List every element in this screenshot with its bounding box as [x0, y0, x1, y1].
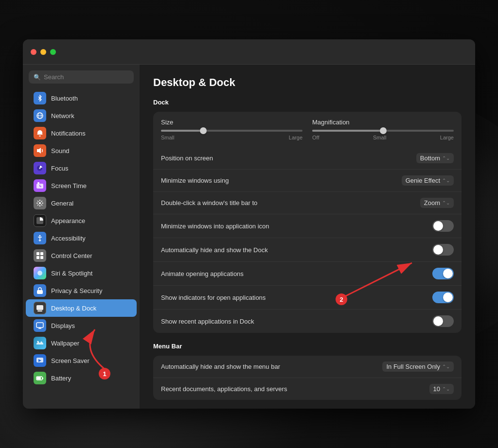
- detail-panel: Desktop & Dock Dock Size: [140, 65, 475, 409]
- network-icon: [34, 109, 46, 122]
- minimize-using-label: Minimize windows using: [161, 177, 402, 184]
- auto-hide-row: Automatically hide and show the Dock: [153, 238, 462, 262]
- search-bar[interactable]: 🔍 Search: [29, 70, 134, 84]
- detail-title: Desktop & Dock: [153, 76, 462, 89]
- slider-section: Size Small Large: [153, 112, 462, 147]
- menu-bar-auto-hide-row: Automatically hide and show the menu bar…: [153, 356, 462, 378]
- sidebar-item-displays[interactable]: Displays: [26, 317, 137, 334]
- close-button[interactable]: [31, 49, 36, 55]
- traffic-lights: [31, 49, 56, 55]
- animate-label: Animate opening applications: [161, 270, 432, 277]
- double-click-arrow: ⌃⌄: [442, 200, 450, 206]
- svg-rect-15: [40, 256, 43, 259]
- sidebar-item-general-label: General: [51, 200, 73, 207]
- animate-row: Animate opening applications: [153, 262, 462, 286]
- displays-icon: [34, 319, 46, 332]
- sidebar-item-sound[interactable]: Sound: [26, 142, 137, 159]
- show-indicators-toggle[interactable]: [432, 292, 454, 303]
- show-recent-label: Show recent applications in Dock: [161, 318, 432, 325]
- recent-docs-label: Recent documents, applications, and serv…: [161, 385, 429, 393]
- show-recent-toggle[interactable]: [432, 315, 454, 327]
- svg-rect-17: [37, 290, 43, 294]
- sidebar-item-notifications[interactable]: Notifications: [26, 124, 137, 142]
- sidebar-item-accessibility-label: Accessibility: [51, 235, 86, 242]
- auto-hide-label: Automatically hide and show the Dock: [161, 246, 432, 254]
- wallpaper-icon: [34, 337, 46, 349]
- sidebar-item-privacy-label: Privacy & Security: [51, 287, 102, 294]
- sidebar-item-wallpaper[interactable]: Wallpaper: [26, 334, 137, 352]
- menu-bar-auto-hide-value: In Full Screen Only: [386, 363, 440, 370]
- position-row: Position on screen Bottom ⌃⌄: [153, 147, 462, 170]
- appearance-icon: [34, 214, 46, 227]
- double-click-value: Zoom: [424, 199, 440, 207]
- svg-point-9: [39, 202, 41, 204]
- minimize-icon-toggle[interactable]: [432, 220, 454, 232]
- show-recent-knob: [433, 316, 443, 326]
- recent-docs-dropdown[interactable]: 10 ⌃⌄: [429, 384, 454, 394]
- magnification-slider-track[interactable]: [312, 130, 454, 132]
- general-icon: [34, 197, 46, 209]
- svg-rect-19: [37, 310, 42, 311]
- sidebar-item-displays-label: Displays: [51, 322, 75, 329]
- svg-point-24: [37, 341, 39, 343]
- menu-bar-auto-hide-dropdown[interactable]: In Full Screen Only ⌃⌄: [382, 362, 454, 372]
- sidebar-item-screen-saver[interactable]: Screen Saver: [26, 352, 137, 369]
- sidebar-item-battery[interactable]: Battery: [26, 369, 137, 387]
- size-slider-thumb[interactable]: [200, 127, 207, 134]
- double-click-label: Double-click a window's title bar to: [161, 199, 420, 207]
- sidebar-item-screen-time[interactable]: Screen Time: [26, 177, 137, 194]
- sidebar-item-accessibility[interactable]: Accessibility: [26, 229, 137, 247]
- search-container: 🔍 Search: [23, 70, 140, 89]
- sidebar-item-privacy[interactable]: Privacy & Security: [26, 282, 137, 299]
- bluetooth-icon: [34, 92, 46, 104]
- size-slider-track[interactable]: [161, 130, 302, 132]
- control-center-icon: [34, 249, 46, 262]
- sidebar: 🔍 Search Bluetooth: [23, 65, 140, 409]
- recent-docs-row: Recent documents, applications, and serv…: [153, 378, 462, 400]
- sidebar-item-desktop-dock-label: Desktop & Dock: [51, 305, 96, 312]
- sidebar-item-focus[interactable]: Focus: [26, 159, 137, 177]
- magnification-small-label: Small: [373, 135, 387, 140]
- position-value: Bottom: [420, 155, 440, 162]
- battery-icon: [34, 372, 46, 384]
- notifications-icon: [34, 127, 46, 139]
- menu-bar-section-title: Menu Bar: [153, 343, 462, 350]
- magnification-label: Magnification: [312, 119, 454, 126]
- svg-point-4: [39, 168, 41, 169]
- maximize-button[interactable]: [50, 49, 56, 55]
- sidebar-item-bluetooth[interactable]: Bluetooth: [26, 89, 137, 107]
- size-slider-group: Size Small Large: [161, 119, 302, 140]
- sidebar-item-focus-label: Focus: [51, 165, 68, 172]
- animate-toggle[interactable]: [432, 268, 454, 279]
- dock-settings-card: Size Small Large: [153, 112, 462, 333]
- search-icon: 🔍: [34, 74, 41, 81]
- sidebar-item-sound-label: Sound: [51, 147, 70, 155]
- sound-icon: [34, 144, 46, 157]
- minimize-using-value: Genie Effect: [406, 177, 440, 184]
- show-indicators-row: Show indicators for open applications: [153, 286, 462, 310]
- siri-icon: [34, 267, 46, 279]
- menu-bar-auto-hide-label: Automatically hide and show the menu bar: [161, 363, 382, 370]
- animate-knob: [443, 269, 453, 278]
- svg-point-16: [37, 271, 42, 276]
- minimize-button[interactable]: [40, 49, 46, 55]
- minimize-using-dropdown[interactable]: Genie Effect ⌃⌄: [402, 175, 454, 186]
- focus-icon: [34, 162, 46, 174]
- sidebar-item-siri[interactable]: Siri & Spotlight: [26, 264, 137, 282]
- sidebar-item-network[interactable]: Network: [26, 107, 137, 124]
- auto-hide-toggle[interactable]: [432, 244, 454, 256]
- sidebar-item-appearance[interactable]: Appearance: [26, 212, 137, 229]
- desktop-dock-icon: [34, 302, 46, 314]
- svg-rect-14: [36, 256, 39, 259]
- svg-rect-28: [37, 377, 41, 379]
- sidebar-item-control-center[interactable]: Control Center: [26, 247, 137, 264]
- dock-section-title: Dock: [153, 99, 462, 106]
- double-click-dropdown[interactable]: Zoom ⌃⌄: [420, 198, 454, 208]
- show-indicators-knob: [443, 293, 453, 302]
- position-dropdown[interactable]: Bottom ⌃⌄: [416, 153, 454, 163]
- sidebar-item-desktop-dock[interactable]: Desktop & Dock: [26, 299, 137, 317]
- accessibility-icon: [34, 232, 46, 244]
- sidebar-item-general[interactable]: General: [26, 194, 137, 212]
- magnification-slider-thumb[interactable]: [380, 127, 387, 134]
- svg-rect-12: [36, 252, 39, 255]
